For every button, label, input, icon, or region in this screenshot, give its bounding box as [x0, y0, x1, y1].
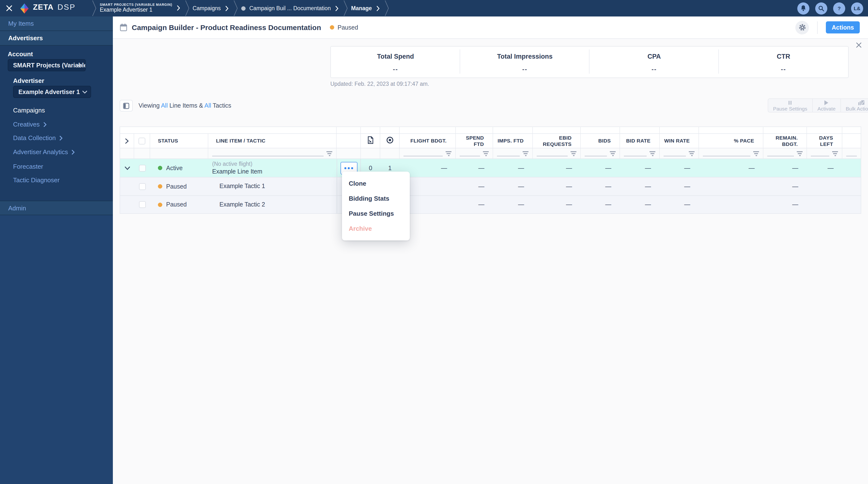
viewing-mid: Line Items & — [168, 102, 205, 109]
sidebar-item-tactic-diagnoser[interactable]: Tactic Diagnoser — [13, 176, 60, 184]
column-header-bidrate[interactable]: BID RATE — [620, 134, 660, 148]
advertiser-select[interactable]: Example Advertiser 1 — [13, 86, 91, 98]
sidebar-item-campaigns[interactable]: Campaigns — [13, 107, 45, 114]
filter-icon[interactable] — [650, 151, 655, 156]
cell-extra — [842, 177, 862, 195]
cell-value: — — [441, 165, 447, 171]
column-header-remain[interactable]: REMAIN. BDGT. — [764, 134, 807, 148]
filter-cell-name — [208, 148, 337, 159]
cell-value: 1 — [388, 165, 392, 171]
filter-icon[interactable] — [523, 151, 528, 156]
cell-bids: — — [581, 196, 620, 213]
account-select[interactable]: SMART Projects (Variable M... — [8, 59, 86, 71]
sidebar-item-advertisers[interactable]: Advertisers — [0, 31, 113, 46]
row-checkbox[interactable] — [139, 201, 146, 208]
paused-dot-icon — [330, 25, 334, 30]
column-header-extra — [842, 134, 862, 148]
status-label: Paused — [166, 183, 187, 190]
breadcrumb-campaign[interactable]: Campaign Buil ... Documentation — [241, 5, 338, 11]
filter-input[interactable] — [585, 155, 607, 156]
filter-icon[interactable] — [689, 151, 694, 156]
row-checkbox-cell — [134, 177, 150, 195]
calendar-icon — [120, 23, 127, 31]
breadcrumb-separator-icon — [233, 0, 238, 16]
column-header-bids[interactable]: BIDS — [581, 134, 620, 148]
sidebar-item-data-collection[interactable]: Data Collection — [13, 134, 62, 142]
column-header-targets[interactable] — [380, 134, 400, 148]
breadcrumb-manage[interactable]: Manage — [351, 5, 380, 11]
close-sidebar-icon[interactable] — [6, 5, 12, 11]
row-checkbox[interactable] — [139, 165, 146, 171]
bulk-action-button[interactable]: Bulk Action — [841, 99, 868, 112]
filter-icon[interactable] — [445, 151, 452, 156]
notifications-button[interactable] — [797, 2, 809, 14]
column-header-pace[interactable]: % PACE — [699, 134, 764, 148]
filter-input[interactable] — [846, 155, 857, 156]
all-tactics-link[interactable]: All — [205, 102, 211, 109]
stat-cpa: CPA -- — [589, 47, 719, 78]
filter-input[interactable] — [703, 155, 750, 156]
help-button[interactable]: ? — [833, 2, 845, 14]
breadcrumb-advertiser[interactable]: SMART PROJECTS (VARIABLE MARGIN) Example… — [100, 3, 180, 13]
filter-input[interactable] — [811, 155, 829, 156]
column-header-name[interactable]: LINE ITEM / TACTIC — [208, 134, 337, 148]
expand-all-chevron-icon[interactable] — [120, 134, 134, 148]
cell-days — [807, 177, 842, 195]
sidebar-item-forecaster[interactable]: Forecaster — [13, 163, 43, 170]
filter-input[interactable] — [663, 155, 686, 156]
filter-icon[interactable] — [610, 151, 616, 156]
filter-input[interactable] — [403, 155, 443, 156]
filter-input[interactable] — [767, 155, 794, 156]
filter-input[interactable] — [624, 155, 647, 156]
cell-ebid: — — [533, 159, 581, 177]
breadcrumb-campaigns[interactable]: Campaigns — [192, 5, 228, 11]
row-expander[interactable] — [120, 159, 134, 177]
row-context-menu: Clone Bidding Stats Pause Settings Archi… — [342, 172, 410, 240]
avatar-initials: L& — [854, 5, 861, 11]
select-all-checkbox[interactable] — [138, 137, 145, 144]
column-header-winrate[interactable]: WIN RATE — [660, 134, 699, 148]
menu-item-pause-settings[interactable]: Pause Settings — [342, 206, 410, 221]
avatar[interactable]: L& — [851, 2, 863, 14]
cell-value: — — [605, 201, 611, 208]
filter-input[interactable] — [460, 155, 480, 156]
sidebar-item-advertiser-analytics[interactable]: Advertiser Analytics — [13, 148, 75, 155]
row-checkbox[interactable] — [139, 183, 146, 190]
stat-ctr: CTR -- — [719, 47, 848, 78]
filter-input[interactable] — [212, 155, 323, 156]
sidebar-item-admin[interactable]: Admin — [0, 201, 113, 215]
column-header-label: WIN RATE — [660, 138, 690, 144]
pause-settings-button[interactable]: Pause Settings — [768, 99, 812, 112]
column-header-imps[interactable]: IMPS. FTD — [493, 134, 533, 148]
column-header-flight[interactable]: FLIGHT BDGT. — [400, 134, 456, 148]
sidebar-item-my-items[interactable]: My Items — [0, 17, 113, 31]
all-line-items-link[interactable]: All — [161, 102, 168, 109]
settings-button[interactable] — [795, 21, 809, 34]
cell-spend: — — [456, 159, 493, 177]
filter-icon[interactable] — [797, 151, 803, 156]
menu-item-clone[interactable]: Clone — [342, 176, 410, 191]
stats-panel-close-icon[interactable] — [856, 42, 862, 49]
search-button[interactable] — [815, 2, 827, 14]
actions-button[interactable]: Actions — [826, 21, 860, 33]
column-header-spend[interactable]: SPEND FTD — [456, 134, 493, 148]
column-settings-button[interactable] — [120, 100, 133, 112]
column-header-creatives[interactable] — [361, 134, 380, 148]
sidebar-data-collection-label: Data Collection — [13, 134, 56, 142]
filter-icon[interactable] — [570, 151, 577, 156]
filter-input[interactable] — [537, 155, 568, 156]
filter-input[interactable] — [497, 155, 520, 156]
chevron-right-icon — [335, 6, 339, 11]
filter-icon[interactable] — [753, 151, 759, 156]
column-header-days[interactable]: DAYS LEFT — [807, 134, 842, 148]
filter-icon[interactable] — [327, 151, 332, 156]
column-header-status[interactable]: STATUS — [150, 134, 208, 148]
filter-icon[interactable] — [483, 151, 489, 156]
activate-button[interactable]: Activate — [812, 99, 841, 112]
cell-value: — — [792, 165, 798, 171]
filter-icon[interactable] — [832, 151, 838, 156]
cell-bidrate: — — [620, 159, 660, 177]
column-header-ebid[interactable]: EBID REQUESTS — [533, 134, 581, 148]
menu-item-bidding-stats[interactable]: Bidding Stats — [342, 191, 410, 206]
sidebar-item-creatives[interactable]: Creatives — [13, 121, 46, 128]
